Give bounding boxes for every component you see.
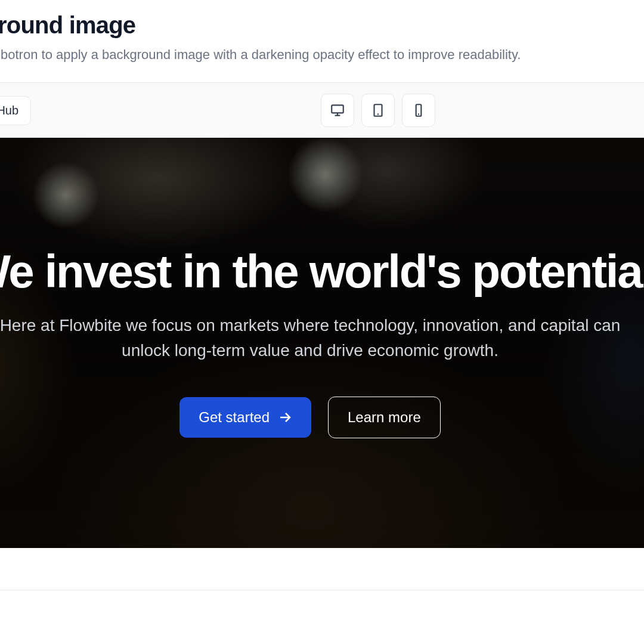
mobile-toggle-button[interactable] xyxy=(402,94,435,127)
tablet-icon xyxy=(370,103,386,118)
github-button-label: Edit on GitHub xyxy=(0,104,18,117)
desktop-toggle-button[interactable] xyxy=(321,94,354,127)
example-toolbar: Edit on GitHub xyxy=(0,82,644,138)
hero-subtitle: Here at Flowbite we focus on markets whe… xyxy=(0,313,632,363)
desktop-icon xyxy=(330,103,345,118)
jumbotron-background-image: We invest in the world's potential Here … xyxy=(0,138,644,548)
mobile-icon xyxy=(411,103,426,118)
device-toggle-group xyxy=(321,94,435,127)
section-heading: Background image xyxy=(0,0,644,45)
jumbotron-content: We invest in the world's potential Here … xyxy=(0,247,644,438)
get-started-button[interactable]: Get started xyxy=(179,397,311,438)
learn-more-label: Learn more xyxy=(348,409,421,426)
divider xyxy=(0,590,644,590)
edit-on-github-button[interactable]: Edit on GitHub xyxy=(0,96,31,125)
arrow-right-icon xyxy=(278,410,292,425)
svg-rect-0 xyxy=(332,105,343,113)
tablet-toggle-button[interactable] xyxy=(361,94,395,127)
hero-button-group: Get started Learn more xyxy=(0,397,644,438)
section-description: Use this jumbotron to apply a background… xyxy=(0,45,644,82)
hero-title: We invest in the world's potential xyxy=(0,247,644,296)
learn-more-button[interactable]: Learn more xyxy=(328,397,441,438)
get-started-label: Get started xyxy=(199,409,270,426)
